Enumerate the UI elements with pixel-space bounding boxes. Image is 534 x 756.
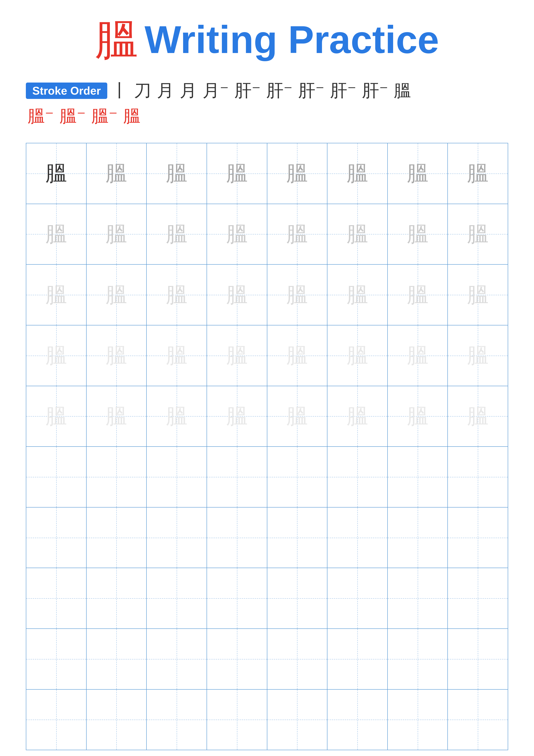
cell-1-4[interactable]: 膃 xyxy=(207,143,267,204)
cell-2-5[interactable]: 膃 xyxy=(267,204,328,264)
char-3-2: 膃 xyxy=(106,281,127,310)
cell-1-7[interactable]: 膃 xyxy=(388,143,448,204)
cell-5-1[interactable]: 膃 xyxy=(26,386,87,446)
cell-6-4[interactable] xyxy=(207,447,267,507)
char-3-3: 膃 xyxy=(166,281,188,310)
cell-2-8[interactable]: 膃 xyxy=(448,204,508,264)
cell-5-7[interactable]: 膃 xyxy=(388,386,448,446)
cell-10-2[interactable] xyxy=(87,689,147,750)
stroke-1: 丨 xyxy=(111,79,128,102)
cell-8-3[interactable] xyxy=(147,568,207,629)
cell-1-8[interactable]: 膃 xyxy=(448,143,508,204)
practice-grid: 膃 膃 膃 膃 膃 膃 膃 膃 膃 膃 膃 膃 膃 膃 膃 膃 膃 膃 膃 膃 … xyxy=(26,143,508,750)
cell-5-2[interactable]: 膃 xyxy=(87,386,147,446)
cell-4-5[interactable]: 膃 xyxy=(267,325,328,386)
cell-8-7[interactable] xyxy=(388,568,448,629)
char-4-7: 膃 xyxy=(407,341,428,370)
cell-4-4[interactable]: 膃 xyxy=(207,325,267,386)
cell-9-2[interactable] xyxy=(87,629,147,689)
cell-9-6[interactable] xyxy=(327,629,388,689)
cell-5-5[interactable]: 膃 xyxy=(267,386,328,446)
cell-6-6[interactable] xyxy=(327,447,388,507)
cell-10-7[interactable] xyxy=(388,689,448,750)
cell-8-1[interactable] xyxy=(26,568,87,629)
char-3-6: 膃 xyxy=(346,281,368,310)
cell-1-5[interactable]: 膃 xyxy=(267,143,328,204)
cell-8-6[interactable] xyxy=(327,568,388,629)
cell-9-5[interactable] xyxy=(267,629,328,689)
cell-10-8[interactable] xyxy=(448,689,508,750)
cell-9-3[interactable] xyxy=(147,629,207,689)
cell-2-1[interactable]: 膃 xyxy=(26,204,87,264)
grid-row-3: 膃 膃 膃 膃 膃 膃 膃 膃 xyxy=(26,265,508,325)
grid-row-5: 膃 膃 膃 膃 膃 膃 膃 膃 xyxy=(26,386,508,447)
grid-row-9 xyxy=(26,629,508,689)
cell-1-3[interactable]: 膃 xyxy=(147,143,207,204)
stroke-order-row-2: 膃⁻ 膃⁻ 膃⁻ 膃 xyxy=(26,104,508,128)
cell-4-1[interactable]: 膃 xyxy=(26,325,87,386)
cell-5-4[interactable]: 膃 xyxy=(207,386,267,446)
cell-4-7[interactable]: 膃 xyxy=(388,325,448,386)
cell-10-6[interactable] xyxy=(327,689,388,750)
cell-10-1[interactable] xyxy=(26,689,87,750)
cell-4-2[interactable]: 膃 xyxy=(87,325,147,386)
char-5-5: 膃 xyxy=(286,402,308,431)
grid-row-2: 膃 膃 膃 膃 膃 膃 膃 膃 xyxy=(26,204,508,265)
cell-4-3[interactable]: 膃 xyxy=(147,325,207,386)
cell-5-8[interactable]: 膃 xyxy=(448,386,508,446)
cell-4-6[interactable]: 膃 xyxy=(327,325,388,386)
cell-10-3[interactable] xyxy=(147,689,207,750)
grid-row-10 xyxy=(26,689,508,750)
cell-8-4[interactable] xyxy=(207,568,267,629)
stroke-12: 膃⁻ xyxy=(28,104,54,128)
cell-6-7[interactable] xyxy=(388,447,448,507)
stroke-order-row-1: Stroke Order 丨 刀 月 月 月⁻ 肝⁻ 肝⁻ 肝⁻ 肝⁻ 肝⁻ 膃 xyxy=(26,79,508,102)
cell-6-3[interactable] xyxy=(147,447,207,507)
cell-3-5[interactable]: 膃 xyxy=(267,265,328,325)
char-3-1: 膃 xyxy=(45,281,67,310)
cell-7-8[interactable] xyxy=(448,507,508,568)
cell-2-3[interactable]: 膃 xyxy=(147,204,207,264)
cell-5-3[interactable]: 膃 xyxy=(147,386,207,446)
cell-5-6[interactable]: 膃 xyxy=(327,386,388,446)
cell-9-1[interactable] xyxy=(26,629,87,689)
cell-6-1[interactable] xyxy=(26,447,87,507)
cell-7-6[interactable] xyxy=(327,507,388,568)
cell-10-4[interactable] xyxy=(207,689,267,750)
cell-9-7[interactable] xyxy=(388,629,448,689)
cell-7-3[interactable] xyxy=(147,507,207,568)
cell-6-5[interactable] xyxy=(267,447,328,507)
cell-10-5[interactable] xyxy=(267,689,328,750)
cell-4-8[interactable]: 膃 xyxy=(448,325,508,386)
stroke-11: 膃 xyxy=(394,79,411,102)
cell-2-7[interactable]: 膃 xyxy=(388,204,448,264)
cell-3-6[interactable]: 膃 xyxy=(327,265,388,325)
cell-9-8[interactable] xyxy=(448,629,508,689)
cell-7-2[interactable] xyxy=(87,507,147,568)
cell-1-1[interactable]: 膃 xyxy=(26,143,87,204)
cell-8-2[interactable] xyxy=(87,568,147,629)
cell-3-8[interactable]: 膃 xyxy=(448,265,508,325)
cell-6-8[interactable] xyxy=(448,447,508,507)
cell-3-1[interactable]: 膃 xyxy=(26,265,87,325)
cell-2-2[interactable]: 膃 xyxy=(87,204,147,264)
cell-8-8[interactable] xyxy=(448,568,508,629)
cell-7-7[interactable] xyxy=(388,507,448,568)
cell-2-4[interactable]: 膃 xyxy=(207,204,267,264)
grid-row-1: 膃 膃 膃 膃 膃 膃 膃 膃 xyxy=(26,143,508,204)
cell-1-6[interactable]: 膃 xyxy=(327,143,388,204)
cell-3-2[interactable]: 膃 xyxy=(87,265,147,325)
char-5-8: 膃 xyxy=(467,402,489,431)
cell-7-5[interactable] xyxy=(267,507,328,568)
cell-7-4[interactable] xyxy=(207,507,267,568)
cell-8-5[interactable] xyxy=(267,568,328,629)
cell-3-4[interactable]: 膃 xyxy=(207,265,267,325)
cell-1-2[interactable]: 膃 xyxy=(87,143,147,204)
cell-2-6[interactable]: 膃 xyxy=(327,204,388,264)
cell-6-2[interactable] xyxy=(87,447,147,507)
cell-3-3[interactable]: 膃 xyxy=(147,265,207,325)
cell-9-4[interactable] xyxy=(207,629,267,689)
char-2-7: 膃 xyxy=(407,220,428,249)
cell-3-7[interactable]: 膃 xyxy=(388,265,448,325)
cell-7-1[interactable] xyxy=(26,507,87,568)
